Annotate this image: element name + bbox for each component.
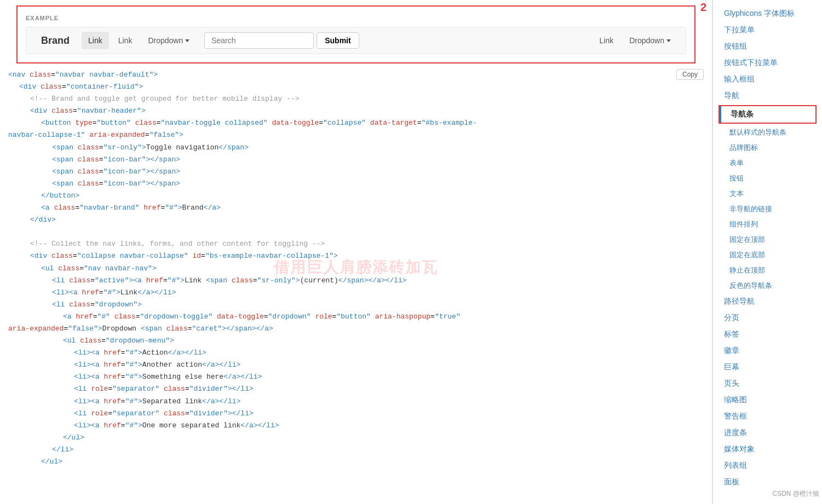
sidebar-item-button-group[interactable]: 按钮组 [713, 38, 822, 55]
sidebar-subitem-static-top[interactable]: 静止在顶部 [713, 263, 822, 278]
sidebar-item-button-dropdown[interactable]: 按钮式下拉菜单 [713, 55, 822, 71]
code-line: <button type="button" class="navbar-togg… [8, 117, 704, 129]
code-line: <li><a href="#">Separated link</a></li> [8, 396, 704, 408]
sidebar-subitem-nonav-link[interactable]: 非导航的链接 [713, 201, 822, 217]
code-line: <span class="sr-only">Toggle navigation<… [8, 142, 704, 154]
annotation-number: 2 [700, 1, 706, 14]
submit-button[interactable]: Submit [317, 32, 359, 49]
sidebar-item-glyphicons[interactable]: Glyphicons 字体图标 [713, 5, 822, 22]
navbar-brand: Brand [35, 35, 76, 47]
code-line: </div> [8, 214, 704, 226]
code-line: <li><a href="#">Another action</a></li> [8, 359, 704, 371]
sidebar-subitem-inverse-navbar[interactable]: 反色的导航条 [713, 278, 822, 293]
navbar-right-links: Link Dropdown [593, 32, 677, 49]
sidebar-item-media[interactable]: 媒体对象 [713, 441, 822, 457]
navbar-right-dropdown[interactable]: Dropdown [623, 32, 677, 49]
navbar-link-2[interactable]: Link [112, 32, 139, 49]
sidebar-subitem-button[interactable]: 按钮 [713, 171, 822, 186]
navbar-right-link[interactable]: Link [593, 32, 620, 49]
code-line: <!-- Brand and toggle get grouped for be… [8, 93, 704, 105]
sidebar-item-input-group[interactable]: 输入框组 [713, 71, 822, 88]
sidebar-subitem-default-navbar[interactable]: 默认样式的导航条 [713, 125, 822, 140]
sidebar-subitem-text[interactable]: 文本 [713, 186, 822, 201]
code-line: <a class="navbar-brand" href="#">Brand</… [8, 202, 704, 214]
caret-icon [185, 39, 189, 42]
code-line: </li> [8, 444, 704, 456]
code-line: </ul> [8, 456, 704, 468]
right-sidebar: Glyphicons 字体图标 下拉菜单 按钮组 按钮式下拉菜单 输入框组 导航… [712, 0, 822, 504]
code-line: <li><a href="#">One more separated link<… [8, 420, 704, 432]
code-line: <div class="container-fluid"> [8, 81, 704, 93]
sidebar-subitem-fixed-bottom[interactable]: 固定在底部 [713, 247, 822, 263]
sidebar-subitem-fixed-top[interactable]: 固定在顶部 [713, 232, 822, 247]
code-line: <a href="#" class="dropdown-toggle" data… [8, 311, 704, 323]
sidebar-item-dropdown[interactable]: 下拉菜单 [713, 22, 822, 38]
code-line: <nav class="navbar navbar-default"> [8, 69, 704, 81]
sidebar-item-nav[interactable]: 导航 [713, 88, 822, 104]
caret-icon-2 [666, 39, 671, 42]
code-line: <li><a href="#">Something else here</a><… [8, 371, 704, 383]
code-line: </ul> [8, 432, 704, 444]
code-line: <li role="separator" class="divider"></l… [8, 408, 704, 420]
code-line: <span class="icon-bar"></span> [8, 178, 704, 190]
code-line: <ul class="dropdown-menu"> [8, 335, 704, 347]
code-line: navbar-collapse-1" aria-expanded="false"… [8, 129, 704, 141]
sidebar-item-progress[interactable]: 进度条 [713, 425, 822, 441]
sidebar-subitem-component-arrange[interactable]: 组件排列 [713, 217, 822, 232]
code-line: <ul class="nav navbar-nav"> [8, 263, 704, 275]
sidebar-item-badges[interactable]: 徽章 [713, 343, 822, 359]
sidebar-subitem-brand[interactable]: 品牌图标 [713, 140, 822, 155]
sidebar-item-breadcrumb[interactable]: 路径导航 [713, 293, 822, 310]
code-line: <li><a href="#">Action</a></li> [8, 347, 704, 359]
sidebar-item-alerts[interactable]: 警告框 [713, 408, 822, 425]
sidebar-item-panel[interactable]: 面板 [713, 474, 822, 490]
code-line: <li role="separator" class="divider"></l… [8, 383, 704, 395]
example-label: EXAMPLE [26, 15, 686, 21]
code-line: aria-expanded="false">Dropdown <span cla… [8, 323, 704, 335]
code-line: <li class="active"><a href="#">Link <spa… [8, 275, 704, 287]
code-line: <div class="navbar-header"> [8, 105, 704, 117]
csdn-badge: CSDN @橙汁狼 [772, 489, 819, 499]
sidebar-item-navbar[interactable]: 导航条 [720, 106, 815, 123]
code-line: </button> [8, 190, 704, 202]
sidebar-item-page-header[interactable]: 页头 [713, 375, 822, 392]
example-box: EXAMPLE Brand Link Link Dropdown Submit … [16, 5, 695, 63]
code-line: <li><a href="#">Link</a></li> [8, 287, 704, 299]
navbar-dropdown-1[interactable]: Dropdown [141, 32, 196, 49]
sidebar-item-jumbotron[interactable]: 巨幕 [713, 359, 822, 375]
code-line [8, 226, 704, 238]
code-line: <li class="dropdown"> [8, 299, 704, 311]
sidebar-subitem-form[interactable]: 表单 [713, 155, 822, 171]
simulated-navbar: Brand Link Link Dropdown Submit Link Dro… [26, 27, 686, 54]
search-input[interactable] [204, 32, 314, 49]
code-line: <span class="icon-bar"></span> [8, 166, 704, 178]
navbar-link-1[interactable]: Link [82, 32, 109, 49]
code-line: <!-- Collect the nav links, forms, and o… [8, 238, 704, 250]
sidebar-item-thumbnails[interactable]: 缩略图 [713, 392, 822, 408]
code-line: <div class="collapse navbar-collapse" id… [8, 250, 704, 262]
main-content: 2 EXAMPLE Brand Link Link Dropdown Submi… [0, 0, 712, 504]
code-area: Copy 借用巨人肩膀添砖加瓦 <nav class="navbar navba… [8, 69, 704, 468]
code-line: <span class="icon-bar"></span> [8, 154, 704, 166]
sidebar-item-labels[interactable]: 标签 [713, 326, 822, 343]
sidebar-item-list-group[interactable]: 列表组 [713, 457, 822, 474]
search-form: Submit [204, 32, 359, 49]
sidebar-item-pagination[interactable]: 分页 [713, 310, 822, 326]
